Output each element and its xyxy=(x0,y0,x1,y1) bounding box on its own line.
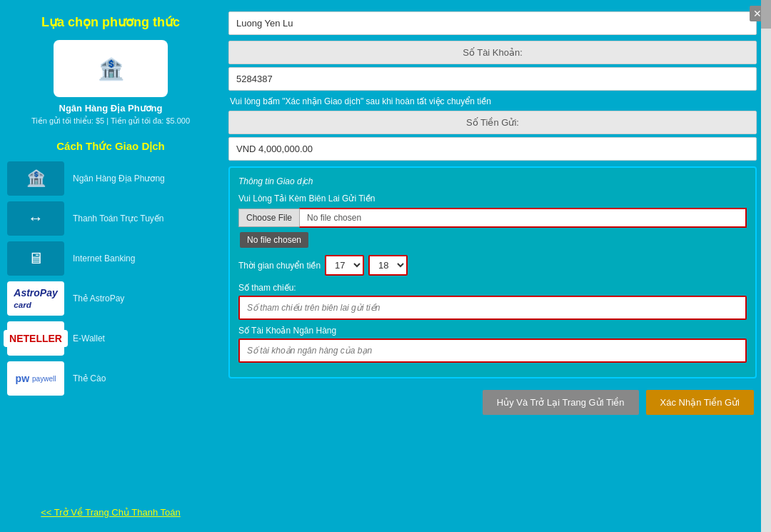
sidebar-title: Lựa chọn phương thức xyxy=(41,14,180,30)
sidebar-item-neteller[interactable]: NETELLER E-Wallet xyxy=(7,321,214,356)
file-upload-label: Vui Lòng Tải Kèm Biên Lai Gửi Tiền xyxy=(238,194,747,204)
bank-logo-box: 🏦 xyxy=(54,40,168,97)
account-number-label-input xyxy=(228,41,757,64)
ref-input[interactable] xyxy=(238,296,747,320)
ref-label: Số tham chiếu: xyxy=(238,283,747,293)
section-title: Cách Thức Giao Dịch xyxy=(56,140,165,153)
main-content: ✕ Vui lòng bấm "Xác nhận Giao dịch" sau … xyxy=(221,0,771,532)
bottom-buttons: Hủy Và Trở Lại Trang Gửi Tiền Xác Nhận T… xyxy=(228,390,757,415)
account-number-input[interactable] xyxy=(228,67,757,91)
internet-banking-icon: 🖥 xyxy=(28,249,44,268)
time-label: Thời gian chuyển tiền xyxy=(238,261,321,271)
sidebar-item-online-payment[interactable]: ↔ Thanh Toán Trực Tuyến xyxy=(7,201,214,236)
cancel-button[interactable]: Hủy Và Trở Lại Trang Gửi Tiền xyxy=(483,390,639,415)
amount-group xyxy=(228,111,757,161)
bank-icon: 🏦 xyxy=(98,56,124,81)
astropay-logo: AstroPaycard xyxy=(14,287,57,310)
bank-account-input[interactable] xyxy=(238,338,747,363)
file-tooltip: No file chosen xyxy=(238,231,747,248)
amount-input[interactable] xyxy=(228,137,757,161)
transaction-box: Thông tin Giao dịch Vui Lòng Tải Kèm Biê… xyxy=(228,166,757,378)
neteller-label: E-Wallet xyxy=(73,333,105,343)
bank-name: Ngân Hàng Địa Phương xyxy=(59,103,163,114)
bank-method-icon: 🏦 xyxy=(26,169,46,188)
hour-select[interactable]: 17 0001 0203 0405 0607 0809 1011 1213 14… xyxy=(325,255,364,276)
online-payment-label: Thanh Toán Trực Tuyến xyxy=(73,214,164,224)
neteller-logo: NETELLER xyxy=(9,333,62,344)
sidebar-item-local-bank[interactable]: 🏦 Ngân Hàng Địa Phương xyxy=(7,161,214,196)
time-row: Thời gian chuyển tiền 17 0001 0203 0405 … xyxy=(238,255,747,276)
user-name-input[interactable] xyxy=(228,11,757,35)
local-bank-label: Ngân Hàng Địa Phương xyxy=(73,174,165,184)
account-number-group xyxy=(228,41,757,91)
amount-label-input xyxy=(228,111,757,134)
paywell-logo: pw xyxy=(16,373,29,384)
choose-file-button[interactable]: Choose File xyxy=(238,209,299,227)
file-upload-row: Choose File No file chosen xyxy=(238,208,747,228)
internet-banking-label: Internet Banking xyxy=(73,254,135,264)
minute-select[interactable]: 18 0001 0203 0405 0607 0809 1011 1213 14… xyxy=(368,255,408,276)
file-name-display: No file chosen xyxy=(299,208,747,228)
online-payment-icon: ↔ xyxy=(28,209,44,228)
scrollbar-thumb[interactable] xyxy=(761,0,771,29)
back-link[interactable]: << Trở Về Trang Chủ Thanh Toán xyxy=(41,493,181,518)
transaction-box-title: Thông tin Giao dịch xyxy=(238,176,747,186)
sidebar-item-astropay[interactable]: AstroPaycard Thẻ AstroPay xyxy=(7,281,214,316)
bank-account-label: Số Tài Khoản Ngân Hàng xyxy=(238,326,747,336)
astropay-label: Thẻ AstroPay xyxy=(73,293,124,303)
bank-limit: Tiền gửi tối thiểu: $5 | Tiền gửi tối đa… xyxy=(31,116,190,126)
user-name-group xyxy=(228,11,757,35)
confirm-button[interactable]: Xác Nhận Tiền Gửi xyxy=(646,390,754,415)
sidebar-item-internet-banking[interactable]: 🖥 Internet Banking xyxy=(7,241,214,276)
scrollbar[interactable] xyxy=(761,0,771,532)
instruction-text: Vui lòng bấm "Xác nhận Giao dịch" sau kh… xyxy=(228,96,757,106)
paywell-label: Thẻ Cào xyxy=(73,373,106,383)
sidebar: Lựa chọn phương thức 🏦 Ngân Hàng Địa Phư… xyxy=(0,0,221,532)
sidebar-item-paywell[interactable]: pw paywell Thẻ Cào xyxy=(7,361,214,396)
